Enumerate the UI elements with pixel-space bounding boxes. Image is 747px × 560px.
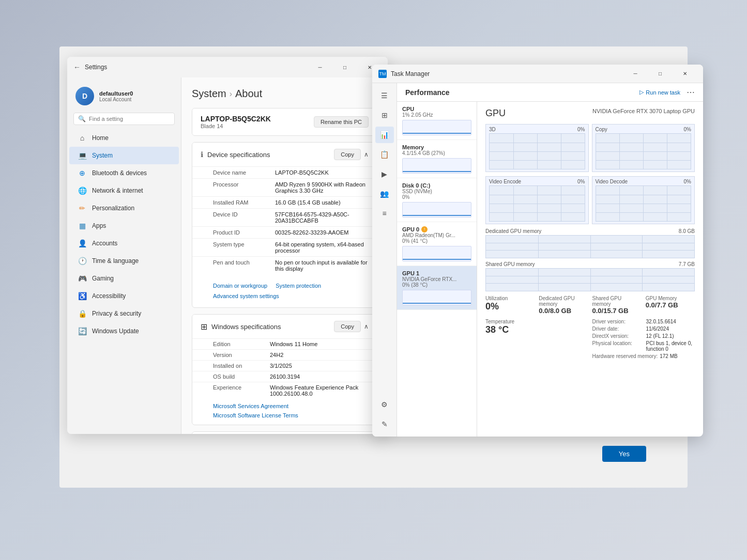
taskmanager-close[interactable]: ✕	[673, 66, 697, 82]
device-specs-row-5: System type 64-bit operating system, x64…	[192, 238, 377, 256]
physical-location-row: Physical location: PCI bus 1, device 0, …	[592, 340, 695, 352]
taskmanager-header-right: ▷ Run new task ⋯	[639, 87, 695, 97]
maximize-button[interactable]: □	[333, 59, 357, 75]
windows-specs-chevron[interactable]: ∧	[364, 323, 369, 330]
update-icon: 🔄	[78, 326, 87, 336]
perf-item-gpu1[interactable]: GPU 1 NVIDIA GeForce RTX... 0% (38 °C)	[397, 266, 477, 310]
sidebar-item-apps[interactable]: ▦ Apps	[69, 217, 179, 235]
sidebar-item-system[interactable]: 💻 System	[69, 147, 179, 164]
disk-label: Disk 0 (C:)	[402, 182, 471, 189]
sidebar-item-time[interactable]: 🕐 Time & language	[69, 252, 179, 270]
dedicated-mem-section: Dedicated GPU memory 8.0 GB	[485, 228, 695, 258]
support-card: ❓ Support Copy ∧ Manufacturer Razer Inc.	[192, 431, 377, 434]
search-input[interactable]	[89, 116, 170, 122]
shared-mem-gridlines	[486, 269, 694, 291]
settings-main: System › About LAPTOP-B5Q5C2KK Blade 14 …	[181, 77, 388, 434]
home-icon: ⌂	[78, 133, 87, 143]
sidebar-item-accessibility[interactable]: ♿ Accessibility	[69, 287, 179, 305]
windows-specs-copy-button[interactable]: Copy	[334, 321, 361, 332]
shared-mem-section: Shared GPU memory 7.7 GB	[485, 261, 695, 291]
tos-link-0[interactable]: Microsoft Services Agreement	[213, 402, 369, 410]
back-icon[interactable]: ←	[73, 63, 81, 71]
graph-decode-title: Video Decode 0%	[596, 179, 692, 184]
sidebar-item-personalization[interactable]: ✏ Personalization	[69, 199, 179, 217]
gpu-graphs-grid-2: Video Encode 0%	[485, 176, 695, 224]
sidebar-item-privacy[interactable]: 🔒 Privacy & security	[69, 305, 179, 322]
user-section[interactable]: D defaultuser0 Local Account	[67, 82, 181, 111]
graph-3d-pct: 0%	[577, 127, 585, 132]
graph-decode-pct: 0%	[684, 179, 691, 184]
graph-copy-area	[596, 133, 692, 169]
taskmanager-maximize[interactable]: □	[648, 66, 672, 82]
taskmanager-nav-startup[interactable]: ▶	[375, 166, 394, 182]
perf-item-disk[interactable]: Disk 0 (C:) SSD (NVMe) 0%	[397, 178, 477, 222]
pc-name-header: LAPTOP-B5Q5C2KK Blade 14 Rename this PC	[192, 108, 377, 135]
sidebar-item-home-label: Home	[92, 134, 109, 142]
taskmanager-nav-settings[interactable]: ⚙	[375, 396, 394, 413]
sidebar-item-accounts[interactable]: 👤 Accounts	[69, 235, 179, 252]
graph-3d-label: 3D	[489, 127, 496, 132]
taskmanager-nav-history[interactable]: 📋	[375, 146, 394, 163]
related-link-1[interactable]: System protection	[276, 283, 321, 289]
bluetooth-icon: ⊕	[78, 168, 87, 178]
sidebar-item-accounts-label: Accounts	[92, 240, 117, 247]
settings-sidebar: D defaultuser0 Local Account 🔍 ⌂ Home	[67, 77, 181, 434]
more-options-icon[interactable]: ⋯	[687, 87, 695, 97]
sidebar-item-update-label: Windows Update	[92, 328, 139, 335]
pc-model: Blade 14	[201, 123, 271, 129]
sidebar-item-home[interactable]: ⌂ Home	[69, 129, 179, 147]
advanced-system-settings-link[interactable]: Advanced system settings	[213, 291, 369, 303]
sidebar-item-privacy-label: Privacy & security	[92, 310, 141, 317]
taskmanager-nav-feedback[interactable]: ✎	[375, 416, 394, 432]
sidebar-item-network[interactable]: 🌐 Network & internet	[69, 182, 179, 199]
perf-item-gpu0[interactable]: GPU 0 ! AMD Radeon(TM) Gr... 0% (41 °C)	[397, 222, 477, 266]
temperature-section: Temperature 38 °C	[485, 319, 588, 359]
sidebar-item-gaming[interactable]: 🎮 Gaming	[69, 270, 179, 287]
device-specs-copy-button[interactable]: Copy	[334, 149, 361, 160]
settings-titlebar: ← Settings ─ □ ✕	[67, 57, 388, 77]
gpu0-header-row: GPU 0 !	[402, 226, 471, 232]
sidebar-item-network-label: Network & internet	[92, 187, 143, 194]
tos-link-1[interactable]: Microsoft Software License Terms	[213, 411, 369, 419]
taskmanager-nav-users[interactable]: 👥	[375, 185, 394, 202]
ram-value: 16.0 GB (15.4 GB usable)	[275, 199, 369, 206]
perf-item-memory[interactable]: Memory 4.1/15.4 GB (27%)	[397, 140, 477, 178]
disk-sub2: 0%	[402, 194, 471, 200]
breadcrumb-system[interactable]: System	[192, 88, 226, 100]
taskmanager-controls: ─ □ ✕	[623, 66, 697, 82]
gpu0-label: GPU 0	[402, 226, 419, 232]
gpu-title: GPU	[485, 108, 506, 119]
gpu0-sub2: 0% (41 °C)	[402, 238, 471, 244]
cpu-graph	[402, 120, 471, 135]
dedicated-mem-graph	[485, 235, 695, 258]
taskmanager-minimize[interactable]: ─	[623, 66, 647, 82]
device-specs-row-6: Pen and touch No pen or touch input is a…	[192, 256, 377, 274]
taskmanager-icon: TM	[378, 70, 387, 78]
user-name: defaultuser0	[99, 90, 133, 97]
related-link-0[interactable]: Domain or workgroup	[213, 283, 267, 289]
graph-decode-area	[596, 185, 692, 222]
product-id-label: Product ID	[213, 229, 275, 236]
perf-item-cpu[interactable]: CPU 1% 2.05 GHz	[397, 102, 477, 140]
sidebar-item-bluetooth[interactable]: ⊕ Bluetooth & devices	[69, 164, 179, 182]
taskmanager-nav-processes[interactable]: ⊞	[375, 107, 394, 123]
experience-label: Experience	[213, 384, 270, 397]
minimize-button[interactable]: ─	[308, 59, 332, 75]
gpu0-sub: AMD Radeon(TM) Gr...	[402, 232, 471, 238]
memory-graph	[402, 158, 471, 174]
taskmanager-nav-menu[interactable]: ☰	[375, 87, 394, 104]
gpu-mem-value: 0.0/15.7 GB	[592, 307, 642, 315]
taskmanager-nav-details[interactable]: ≡	[375, 205, 394, 222]
search-box[interactable]: 🔍	[73, 113, 175, 125]
device-specs-chevron[interactable]: ∧	[364, 151, 369, 158]
yes-button[interactable]: Yes	[602, 446, 646, 462]
taskmanager-nav-performance[interactable]: 📊	[375, 127, 394, 143]
osbuild-label: OS build	[213, 374, 270, 380]
rename-pc-button[interactable]: Rename this PC	[314, 116, 369, 128]
shared-stat-label: GPU Memory	[646, 295, 695, 301]
device-id-value: 57FCB164-6575-4329-A50C-20A31BCCABFB	[275, 211, 369, 224]
sidebar-item-update[interactable]: 🔄 Windows Update	[69, 322, 179, 340]
network-icon: 🌐	[78, 186, 87, 195]
processor-value: AMD Ryzen 9 5900HX with Radeon Graphics …	[275, 181, 369, 194]
run-new-task-link[interactable]: ▷ Run new task	[639, 89, 680, 96]
